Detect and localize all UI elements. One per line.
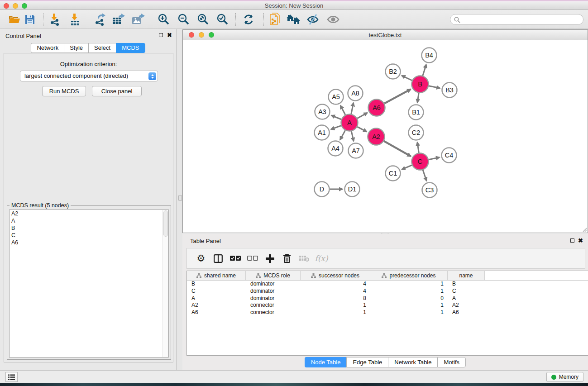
table-cell[interactable]: 1 (370, 302, 448, 309)
show-panels-list-button[interactable] (5, 372, 18, 382)
edge-A-A1[interactable] (331, 126, 341, 129)
table-cell[interactable]: B (187, 281, 246, 288)
table-cell[interactable]: connector (246, 309, 301, 316)
home-icon[interactable] (286, 12, 301, 27)
close-panel-button[interactable]: Close panel (92, 86, 142, 96)
scrollbar[interactable] (163, 210, 168, 357)
column-visibility-icon[interactable] (210, 254, 227, 263)
zoom-out-icon[interactable] (177, 12, 191, 27)
tab-network[interactable]: Network (31, 43, 64, 53)
column-header-successor-nodes[interactable]: successor nodes (301, 271, 370, 280)
graph-node-A8[interactable]: A8 (348, 86, 363, 101)
edge-B-B4[interactable] (423, 65, 426, 76)
edge-B-B3[interactable] (429, 86, 440, 88)
graph-node-D[interactable]: D (315, 182, 330, 197)
graph-node-C1[interactable]: C1 (386, 166, 401, 181)
edge-A2-C[interactable] (384, 141, 411, 157)
table-cell[interactable]: 4 (301, 288, 370, 295)
open-session-icon[interactable] (7, 12, 22, 27)
table-cell[interactable]: 1 (370, 288, 448, 295)
table-cell[interactable]: 4 (301, 281, 370, 288)
show-hide-graphics-icon[interactable] (326, 12, 340, 27)
edge-A-A5[interactable] (340, 105, 345, 115)
table-cell[interactable]: A (187, 295, 246, 302)
graph-node-C3[interactable]: C3 (422, 183, 437, 198)
refresh-icon[interactable] (241, 12, 256, 27)
table-row[interactable]: Bdominator41B (187, 281, 588, 288)
network-graph[interactable]: B4B2BB3A8A5A6A3B1AA1C2A2A4A7C4CC1C3DD1 (183, 40, 588, 233)
graph-node-A5[interactable]: A5 (329, 90, 344, 105)
table-cell[interactable]: dominator (246, 295, 301, 302)
edge-A-A7[interactable] (351, 131, 354, 141)
function-builder-icon[interactable]: f(x) (313, 254, 330, 263)
add-column-icon[interactable] (261, 254, 278, 263)
mcds-result-item[interactable]: A2 (10, 210, 168, 217)
tab-edge-table[interactable]: Edge Table (346, 357, 388, 367)
table-cell[interactable]: connector (246, 302, 301, 309)
column-header-name[interactable]: name (448, 271, 485, 280)
float-panel-icon[interactable] (159, 33, 163, 37)
import-network-icon[interactable] (48, 12, 62, 27)
table-cell[interactable]: 1 (370, 281, 448, 288)
graph-node-A3[interactable]: A3 (315, 105, 330, 119)
edge-C-C2[interactable] (417, 142, 419, 152)
table-cell[interactable]: B (448, 281, 485, 288)
zoom-selected-icon[interactable] (215, 12, 230, 27)
edge-A-A3[interactable] (331, 115, 341, 119)
table-cell[interactable]: C (187, 288, 246, 295)
table-cell[interactable]: A2 (187, 302, 246, 309)
criterion-select[interactable]: largest connected component (directed) (20, 71, 158, 81)
edge-C-C1[interactable] (402, 165, 412, 170)
table-cell[interactable]: 0 (370, 295, 448, 302)
graph-node-C[interactable]: C (412, 153, 429, 170)
graph-node-A2[interactable]: A2 (368, 129, 385, 145)
table-cell[interactable]: C (448, 288, 485, 295)
table-cell[interactable]: A (448, 295, 485, 302)
import-table-icon[interactable] (68, 12, 82, 27)
mcds-result-list[interactable]: A2ABCA6 (9, 210, 169, 357)
table-cell[interactable]: 1 (370, 309, 448, 316)
graph-node-D1[interactable]: D1 (345, 182, 360, 197)
mcds-result-item[interactable]: A6 (10, 239, 168, 246)
edge-C-C3[interactable] (423, 170, 426, 181)
edge-A-A8[interactable] (351, 103, 354, 114)
mcds-result-item[interactable]: C (10, 232, 168, 239)
zoom-fit-icon[interactable] (196, 12, 210, 27)
tab-select[interactable]: Select (88, 43, 116, 53)
column-header-predecessor-nodes[interactable]: predecessor nodes (370, 271, 448, 280)
table-row[interactable]: A2connector11A2 (187, 302, 588, 309)
edge-B-B2[interactable] (402, 76, 412, 81)
table-cell[interactable]: A6 (187, 309, 246, 316)
zoom-in-icon[interactable] (157, 12, 171, 27)
table-row[interactable]: Adominator80A (187, 295, 588, 302)
close-panel-icon[interactable]: ✖ (167, 33, 172, 38)
export-network-icon[interactable] (92, 12, 107, 27)
graph-node-B1[interactable]: B1 (409, 105, 424, 120)
table-cell[interactable]: dominator (246, 281, 301, 288)
table-cell[interactable]: 1 (301, 309, 370, 316)
graph-node-B[interactable]: B (412, 76, 429, 93)
edge-A-A2[interactable] (357, 127, 367, 132)
graph-node-B4[interactable]: B4 (422, 48, 437, 63)
table-cell[interactable]: 1 (301, 302, 370, 309)
tab-mcds[interactable]: MCDS (116, 43, 145, 53)
save-session-icon[interactable] (23, 12, 37, 27)
network-window-titlebar[interactable]: testGlobe.txt (183, 30, 588, 40)
edge-A-A4[interactable] (340, 130, 345, 140)
close-panel-icon[interactable]: ✖ (578, 238, 583, 243)
export-image-icon[interactable] (131, 12, 145, 27)
column-header-shared-name[interactable]: shared name (187, 271, 246, 280)
table-row[interactable]: Cdominator41C (187, 288, 588, 295)
tab-network-table[interactable]: Network Table (388, 357, 437, 367)
run-mcds-button[interactable]: Run MCDS (42, 86, 86, 96)
graph-node-B3[interactable]: B3 (442, 83, 457, 98)
edge-C-C4[interactable] (429, 157, 440, 160)
graph-node-C2[interactable]: C2 (409, 125, 424, 140)
table-cell[interactable]: A2 (448, 302, 485, 309)
graph-node-C4[interactable]: C4 (442, 148, 457, 163)
float-panel-icon[interactable] (570, 238, 574, 243)
graph-node-A4[interactable]: A4 (328, 141, 343, 156)
edge-A-A6[interactable] (357, 113, 367, 118)
mcds-result-item[interactable]: A (10, 217, 168, 224)
unselect-all-checkbox-icon[interactable] (244, 256, 261, 261)
